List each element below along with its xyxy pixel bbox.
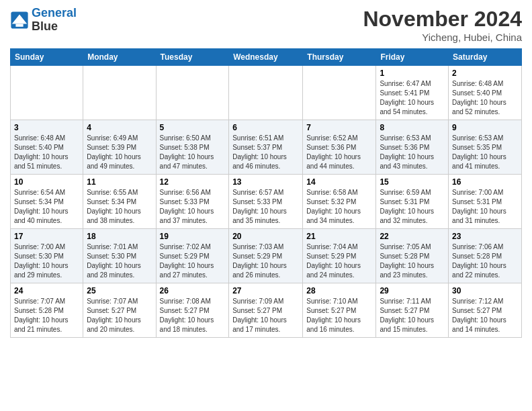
- day-number: 2: [452, 68, 518, 78]
- calendar-cell: [11, 66, 83, 120]
- day-number: 11: [87, 177, 152, 187]
- day-info: Sunrise: 7:08 AM Sunset: 5:27 PM Dayligh…: [160, 297, 226, 334]
- day-number: 25: [87, 286, 152, 295]
- day-info: Sunrise: 7:07 AM Sunset: 5:28 PM Dayligh…: [14, 297, 79, 334]
- calendar-cell: 15Sunrise: 6:59 AM Sunset: 5:31 PM Dayli…: [376, 175, 449, 229]
- calendar-cell: [156, 66, 229, 120]
- day-number: 29: [380, 286, 445, 295]
- day-number: 30: [452, 286, 518, 295]
- weekday-header-monday: Monday: [83, 49, 156, 66]
- day-info: Sunrise: 7:03 AM Sunset: 5:29 PM Dayligh…: [232, 242, 299, 280]
- day-info: Sunrise: 6:59 AM Sunset: 5:31 PM Dayligh…: [380, 188, 445, 226]
- header: General Blue November 2024 Yicheng, Hube…: [10, 7, 522, 43]
- calendar-cell: 19Sunrise: 7:02 AM Sunset: 5:29 PM Dayli…: [156, 229, 229, 283]
- day-info: Sunrise: 6:56 AM Sunset: 5:33 PM Dayligh…: [160, 188, 226, 226]
- calendar-cell: 10Sunrise: 6:54 AM Sunset: 5:34 PM Dayli…: [11, 175, 83, 229]
- day-number: 26: [160, 286, 226, 295]
- day-number: 8: [380, 123, 445, 132]
- calendar-cell: 3Sunrise: 6:48 AM Sunset: 5:40 PM Daylig…: [11, 120, 83, 175]
- calendar-cell: [303, 66, 376, 120]
- logo-icon: [10, 11, 29, 30]
- logo-text: General Blue: [32, 7, 77, 34]
- day-number: 10: [14, 177, 79, 187]
- day-number: 22: [380, 232, 445, 241]
- day-info: Sunrise: 7:09 AM Sunset: 5:27 PM Dayligh…: [232, 297, 299, 334]
- calendar-cell: 18Sunrise: 7:01 AM Sunset: 5:30 PM Dayli…: [83, 229, 156, 283]
- calendar-week-3: 10Sunrise: 6:54 AM Sunset: 5:34 PM Dayli…: [11, 175, 522, 229]
- day-info: Sunrise: 6:54 AM Sunset: 5:34 PM Dayligh…: [14, 188, 79, 226]
- calendar-week-2: 3Sunrise: 6:48 AM Sunset: 5:40 PM Daylig…: [11, 120, 522, 175]
- day-info: Sunrise: 7:05 AM Sunset: 5:28 PM Dayligh…: [380, 242, 445, 280]
- calendar-cell: 21Sunrise: 7:04 AM Sunset: 5:29 PM Dayli…: [303, 229, 376, 283]
- calendar-cell: 11Sunrise: 6:55 AM Sunset: 5:34 PM Dayli…: [83, 175, 156, 229]
- page-container: General Blue November 2024 Yicheng, Hube…: [0, 0, 532, 345]
- weekday-header-friday: Friday: [376, 49, 449, 66]
- day-info: Sunrise: 6:47 AM Sunset: 5:41 PM Dayligh…: [380, 79, 445, 117]
- day-info: Sunrise: 6:48 AM Sunset: 5:40 PM Dayligh…: [14, 134, 79, 171]
- calendar-cell: 13Sunrise: 6:57 AM Sunset: 5:33 PM Dayli…: [229, 175, 303, 229]
- weekday-header-thursday: Thursday: [303, 49, 376, 66]
- day-number: 24: [14, 286, 79, 295]
- day-number: 28: [306, 286, 372, 295]
- calendar-cell: [229, 66, 303, 120]
- day-info: Sunrise: 6:51 AM Sunset: 5:37 PM Dayligh…: [232, 134, 299, 171]
- logo-line1: General: [32, 6, 77, 19]
- calendar-cell: 30Sunrise: 7:12 AM Sunset: 5:27 PM Dayli…: [449, 283, 522, 338]
- day-number: 18: [87, 232, 152, 241]
- calendar-cell: 22Sunrise: 7:05 AM Sunset: 5:28 PM Dayli…: [376, 229, 449, 283]
- day-info: Sunrise: 7:00 AM Sunset: 5:31 PM Dayligh…: [452, 188, 518, 226]
- day-info: Sunrise: 7:02 AM Sunset: 5:29 PM Dayligh…: [160, 242, 226, 280]
- day-info: Sunrise: 6:58 AM Sunset: 5:32 PM Dayligh…: [306, 188, 372, 226]
- day-info: Sunrise: 6:48 AM Sunset: 5:40 PM Dayligh…: [452, 79, 518, 117]
- day-info: Sunrise: 6:49 AM Sunset: 5:39 PM Dayligh…: [87, 134, 152, 171]
- calendar-cell: 20Sunrise: 7:03 AM Sunset: 5:29 PM Dayli…: [229, 229, 303, 283]
- calendar-week-4: 17Sunrise: 7:00 AM Sunset: 5:30 PM Dayli…: [11, 229, 522, 283]
- day-info: Sunrise: 6:53 AM Sunset: 5:36 PM Dayligh…: [380, 134, 445, 171]
- calendar-cell: 27Sunrise: 7:09 AM Sunset: 5:27 PM Dayli…: [229, 283, 303, 338]
- day-info: Sunrise: 6:52 AM Sunset: 5:36 PM Dayligh…: [306, 134, 372, 171]
- day-number: 27: [232, 286, 299, 295]
- calendar-cell: 24Sunrise: 7:07 AM Sunset: 5:28 PM Dayli…: [11, 283, 83, 338]
- weekday-header-wednesday: Wednesday: [229, 49, 303, 66]
- location: Yicheng, Hubei, China: [363, 32, 522, 43]
- day-number: 12: [160, 177, 226, 187]
- calendar-cell: [83, 66, 156, 120]
- calendar-cell: 4Sunrise: 6:49 AM Sunset: 5:39 PM Daylig…: [83, 120, 156, 175]
- day-number: 13: [232, 177, 299, 187]
- day-number: 14: [306, 177, 372, 187]
- day-info: Sunrise: 7:10 AM Sunset: 5:27 PM Dayligh…: [306, 297, 372, 334]
- title-block: November 2024 Yicheng, Hubei, China: [363, 7, 522, 43]
- calendar-cell: 9Sunrise: 6:53 AM Sunset: 5:35 PM Daylig…: [449, 120, 522, 175]
- day-info: Sunrise: 7:06 AM Sunset: 5:28 PM Dayligh…: [452, 242, 518, 280]
- day-info: Sunrise: 6:57 AM Sunset: 5:33 PM Dayligh…: [232, 188, 299, 226]
- weekday-header-tuesday: Tuesday: [156, 49, 229, 66]
- day-number: 3: [14, 123, 79, 132]
- calendar-cell: 1Sunrise: 6:47 AM Sunset: 5:41 PM Daylig…: [376, 66, 449, 120]
- calendar-week-1: 1Sunrise: 6:47 AM Sunset: 5:41 PM Daylig…: [11, 66, 522, 120]
- calendar-cell: 2Sunrise: 6:48 AM Sunset: 5:40 PM Daylig…: [449, 66, 522, 120]
- day-number: 9: [452, 123, 518, 132]
- calendar-body: 1Sunrise: 6:47 AM Sunset: 5:41 PM Daylig…: [11, 66, 522, 338]
- day-info: Sunrise: 7:12 AM Sunset: 5:27 PM Dayligh…: [452, 297, 518, 334]
- calendar-cell: 26Sunrise: 7:08 AM Sunset: 5:27 PM Dayli…: [156, 283, 229, 338]
- calendar-cell: 17Sunrise: 7:00 AM Sunset: 5:30 PM Dayli…: [11, 229, 83, 283]
- day-number: 4: [87, 123, 152, 132]
- calendar-cell: 16Sunrise: 7:00 AM Sunset: 5:31 PM Dayli…: [449, 175, 522, 229]
- day-number: 19: [160, 232, 226, 241]
- day-number: 15: [380, 177, 445, 187]
- day-info: Sunrise: 7:00 AM Sunset: 5:30 PM Dayligh…: [14, 242, 79, 280]
- weekday-header-saturday: Saturday: [449, 49, 522, 66]
- calendar-cell: 12Sunrise: 6:56 AM Sunset: 5:33 PM Dayli…: [156, 175, 229, 229]
- day-info: Sunrise: 6:55 AM Sunset: 5:34 PM Dayligh…: [87, 188, 152, 226]
- day-number: 7: [306, 123, 372, 132]
- day-number: 6: [232, 123, 299, 132]
- calendar-cell: 5Sunrise: 6:50 AM Sunset: 5:38 PM Daylig…: [156, 120, 229, 175]
- day-info: Sunrise: 7:11 AM Sunset: 5:27 PM Dayligh…: [380, 297, 445, 334]
- logo: General Blue: [10, 7, 77, 34]
- calendar-cell: 8Sunrise: 6:53 AM Sunset: 5:36 PM Daylig…: [376, 120, 449, 175]
- calendar-cell: 29Sunrise: 7:11 AM Sunset: 5:27 PM Dayli…: [376, 283, 449, 338]
- weekday-header-sunday: Sunday: [11, 49, 83, 66]
- calendar-table: SundayMondayTuesdayWednesdayThursdayFrid…: [10, 48, 522, 338]
- day-number: 17: [14, 232, 79, 241]
- weekday-header-row: SundayMondayTuesdayWednesdayThursdayFrid…: [11, 49, 522, 66]
